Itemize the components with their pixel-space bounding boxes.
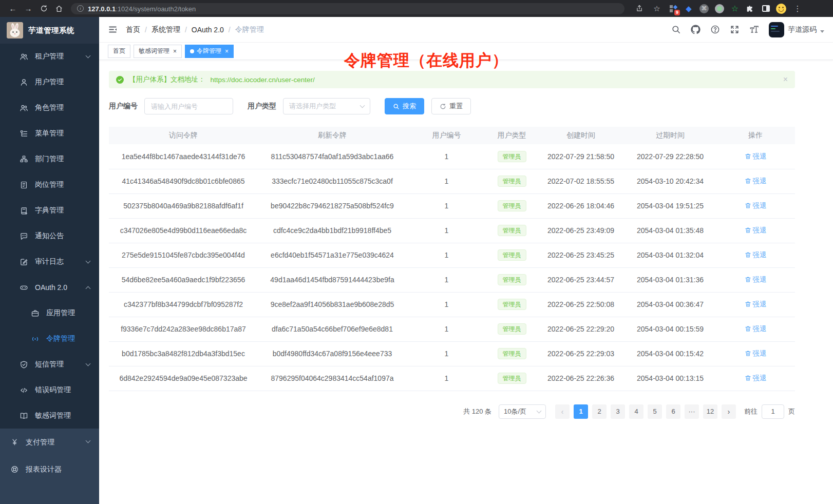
sidebar-item-error-code[interactable]: 错误码管理 (0, 377, 99, 403)
tab-0[interactable]: 首页 (108, 45, 130, 58)
sensitive-icon (20, 412, 28, 420)
sidebar-item-user[interactable]: 用户管理 (0, 69, 99, 95)
emoji-avatar-icon (776, 4, 786, 14)
created-time-cell: 2022-07-02 18:55:55 (537, 169, 624, 193)
force-logout-button[interactable]: 强退 (745, 250, 767, 260)
extension-command[interactable]: ⌘ (697, 2, 711, 15)
user-type-select[interactable]: 请选择用户类型 (283, 98, 370, 114)
browser-sidebar-toggle[interactable] (759, 2, 772, 15)
oauth-icon (20, 283, 28, 292)
page-button-4[interactable]: 4 (629, 404, 643, 419)
breadcrumb-item[interactable]: 首页 (126, 25, 140, 34)
header-search-button[interactable] (671, 25, 681, 34)
column-header-3: 用户类型 (486, 127, 537, 144)
chevron-down-icon (86, 259, 91, 264)
page-button-12[interactable]: 12 (703, 404, 717, 419)
force-logout-button[interactable]: 强退 (745, 275, 767, 284)
sidebar-item-pay[interactable]: 支付管理 (0, 429, 99, 456)
users-icon (20, 52, 28, 61)
force-logout-label: 强退 (753, 250, 767, 260)
sidebar-item-post[interactable]: 岗位管理 (0, 172, 99, 198)
sidebar-item-dept[interactable]: 部门管理 (0, 146, 99, 172)
font-size-button[interactable] (749, 25, 759, 34)
sidebar-item-sms[interactable]: 短信管理 (0, 352, 99, 377)
force-logout-button[interactable]: 强退 (745, 152, 767, 161)
tab-close-icon[interactable]: × (173, 48, 177, 55)
page-button-6[interactable]: 6 (666, 404, 680, 419)
help-button[interactable] (710, 25, 720, 34)
user-type-cell: 管理员 (486, 366, 537, 391)
browser-back-button[interactable]: ← (5, 2, 21, 15)
expire-time-cell: 2054-03-04 19:51:25 (624, 193, 716, 218)
page-button-1[interactable]: 1 (574, 404, 588, 419)
app-logo-bar[interactable]: 芋道管理系统 (0, 17, 99, 44)
sidebar-item-oauth2-app[interactable]: 应用管理 (0, 300, 99, 326)
sidebar-item-sensitive-word[interactable]: 敏感词管理 (0, 403, 99, 429)
search-button[interactable]: 搜索 (385, 98, 424, 114)
address-bar[interactable]: i 127.0.0.1:1024/system/oauth2/token (71, 3, 624, 14)
site-info-icon[interactable]: i (77, 5, 84, 12)
action-cell: 强退 (716, 193, 795, 218)
browser-forward-button[interactable]: → (21, 2, 36, 15)
page-button-3[interactable]: 3 (611, 404, 625, 419)
tab-close-icon[interactable]: × (225, 48, 229, 55)
reset-button[interactable]: 重置 (431, 98, 471, 114)
force-logout-label: 强退 (753, 374, 767, 383)
force-logout-button[interactable]: 强退 (745, 177, 767, 186)
dict-icon (20, 206, 28, 215)
prev-page-button[interactable]: ‹ (555, 404, 570, 419)
user-id-cell: 1 (407, 292, 486, 317)
pagination-ellipsis[interactable]: ··· (685, 404, 699, 419)
sidebar-item-dict[interactable]: 字典管理 (0, 198, 99, 223)
force-logout-button[interactable]: 强退 (745, 201, 767, 210)
alert-close-icon[interactable]: × (783, 75, 788, 84)
user-type-placeholder: 请选择用户类型 (289, 102, 336, 111)
breadcrumb-item[interactable]: OAuth 2.0 (192, 26, 224, 34)
sidebar-item-role[interactable]: 角色管理 (0, 95, 99, 121)
goto-page-input[interactable] (762, 404, 784, 419)
breadcrumb-item[interactable]: 系统管理 (152, 25, 180, 34)
extensions-menu[interactable] (744, 2, 757, 15)
doc-link[interactable]: https://doc.iocoder.cn/user-center/ (211, 76, 315, 84)
extension-recorder[interactable] (713, 2, 726, 15)
sidebar-collapse-button[interactable] (108, 25, 118, 34)
next-page-button[interactable]: › (722, 404, 736, 419)
created-time-cell: 2022-06-25 22:29:20 (537, 317, 624, 341)
profile-avatar[interactable] (774, 2, 788, 15)
share-button[interactable] (632, 2, 647, 15)
user-menu[interactable]: 芋道源码 (769, 22, 824, 37)
extension-star[interactable]: ☆ (728, 2, 742, 15)
page-button-5[interactable]: 5 (648, 404, 662, 419)
browser-home-button[interactable] (51, 2, 67, 15)
tab-active-2[interactable]: 令牌管理× (185, 45, 234, 58)
force-logout-button[interactable]: 强退 (745, 374, 767, 383)
success-check-icon (116, 76, 124, 84)
bookmark-button[interactable]: ☆ (649, 2, 665, 15)
user-type-cell: 管理员 (486, 144, 537, 169)
page-button-2[interactable]: 2 (592, 404, 607, 419)
force-logout-button[interactable]: 强退 (745, 300, 767, 309)
sidebar-item-menu[interactable]: 菜单管理 (0, 121, 99, 146)
force-logout-button[interactable]: 强退 (745, 349, 767, 358)
fullscreen-button[interactable] (730, 25, 740, 34)
post-icon (20, 181, 28, 189)
page-size-select[interactable]: 10条/页 (499, 404, 546, 419)
sidebar-item-report-designer[interactable]: 报表设计器 (0, 456, 99, 483)
extension-gem[interactable]: ◆ (682, 2, 695, 15)
browser-reload-button[interactable] (36, 2, 51, 15)
goto-label: 前往 (744, 407, 758, 416)
github-link[interactable] (691, 25, 701, 34)
report-icon (10, 465, 19, 474)
tab-1[interactable]: 敏感词管理× (134, 45, 182, 58)
sidebar-item-notice[interactable]: 通知公告 (0, 223, 99, 249)
force-logout-button[interactable]: 强退 (745, 324, 767, 334)
browser-menu-button[interactable]: ⋮ (790, 2, 805, 15)
extension-tag-manager[interactable]: 9 (667, 2, 680, 15)
sidebar-item-oauth2[interactable]: OAuth 2.0 (0, 275, 99, 300)
sidebar-item-tenant[interactable]: 租户管理 (0, 44, 99, 69)
user-id-input[interactable] (144, 98, 233, 114)
url-path: :1024/system/oauth2/token (116, 5, 196, 13)
sidebar-item-oauth2-token[interactable]: 令牌管理 (0, 326, 99, 352)
sidebar-item-audit-log[interactable]: 审计日志 (0, 249, 99, 275)
force-logout-button[interactable]: 强退 (745, 226, 767, 235)
